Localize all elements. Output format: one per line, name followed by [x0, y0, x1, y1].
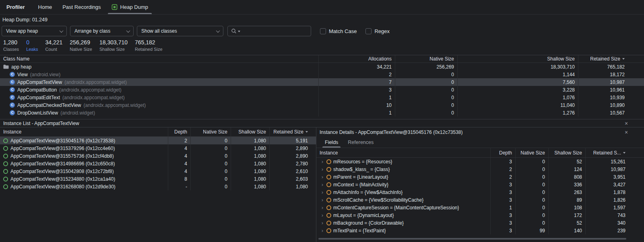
instance-row[interactable]: AppCompatTextView@315379296 (0x12cc4e60)…: [0, 144, 316, 152]
chevron-right-icon[interactable]: ›: [320, 167, 324, 172]
tab-heap-dump[interactable]: Heap Dump: [106, 0, 153, 14]
instance-shallow-cell: 1,080: [231, 175, 269, 183]
col-shallow-size[interactable]: Shallow Size: [231, 127, 269, 136]
col-retained-size-label: Retained Size: [590, 56, 620, 62]
field-icon: [326, 228, 331, 233]
stat-label: Classes: [3, 46, 19, 52]
close-instance-details-button[interactable]: ×: [623, 129, 630, 135]
instance-details-body: ›mResources = {Resources}305215,261›shad…: [316, 158, 644, 234]
chevron-right-icon[interactable]: ›: [320, 220, 324, 225]
col-native-size[interactable]: Native Size: [395, 55, 457, 63]
col-class-name[interactable]: Class Name: [0, 55, 318, 63]
col-shallow-size[interactable]: Shallow Size: [548, 148, 585, 157]
col-instance[interactable]: Instance: [0, 127, 168, 136]
field-row[interactable]: ›shadow$_klass_ = {Class}2012410,987: [316, 165, 644, 173]
heap-scope-select[interactable]: View app heap: [2, 26, 67, 36]
instance-native-cell: 0: [190, 137, 231, 144]
chevron-right-icon[interactable]: ›: [320, 174, 324, 179]
class-package: (androidx.appcompat.widget): [84, 102, 146, 108]
field-native-cell: 0: [515, 173, 548, 181]
field-row[interactable]: ›mBackground = {ColorDrawable}3052340: [316, 219, 644, 227]
field-name-cell: ›mParent = {LinearLayout}: [316, 173, 490, 181]
instance-name: AppCompatTextView@315042808 (0x12c72bf8): [10, 169, 114, 174]
instance-row[interactable]: AppCompatTextView@316268080 (0x12d9de30)…: [0, 183, 316, 190]
search-icon: [231, 28, 237, 34]
instance-retained-cell: 1,080: [269, 183, 316, 190]
class-retained-cell: 10,939: [578, 94, 644, 101]
chevron-right-icon[interactable]: ›: [320, 197, 324, 202]
chevron-right-icon[interactable]: ›: [320, 205, 324, 210]
instance-details-tabs: Fields References: [316, 137, 644, 148]
class-name: DropDownListView: [17, 110, 58, 116]
field-shallow-cell: 124: [548, 165, 585, 173]
tab-references[interactable]: References: [343, 137, 378, 148]
close-instance-list-button[interactable]: ×: [623, 121, 630, 126]
horizontal-scrollbar[interactable]: [318, 238, 626, 240]
col-depth[interactable]: Depth: [490, 148, 515, 157]
instance-depth-cell: 8: [168, 175, 190, 183]
heap-toolbar: View app heap Arrange by class Show all …: [0, 25, 644, 37]
chevron-right-icon[interactable]: ›: [320, 213, 324, 218]
search-field[interactable]: [227, 26, 311, 36]
sort-desc-icon: [305, 131, 308, 133]
chevron-right-icon[interactable]: ›: [320, 228, 324, 233]
instance-name-cell: AppCompatTextView@315575736 (0x12cf4db8): [0, 152, 168, 160]
instance-row[interactable]: AppCompatTextView@315042808 (0x12c72bf8)…: [0, 167, 316, 175]
tab-past-recordings[interactable]: Past Recordings: [57, 0, 106, 14]
chevron-right-icon[interactable]: ›: [320, 159, 324, 164]
instance-native-cell: 0: [190, 183, 231, 190]
match-case-checkbox[interactable]: Match Case: [320, 28, 357, 34]
instance-native-cell: 0: [190, 152, 231, 160]
stat-value: 1,280: [3, 39, 19, 46]
field-row[interactable]: ›mLayout = {DynamicLayout}30172743: [316, 211, 644, 219]
field-native-cell: 0: [515, 204, 548, 211]
field-row[interactable]: ›mTextPaint = {TextPaint}399140239: [316, 227, 644, 234]
col-depth[interactable]: Depth: [168, 127, 190, 136]
arrange-by-select[interactable]: Arrange by class: [70, 26, 134, 36]
class-shallow-cell: 3,228: [457, 86, 578, 94]
col-retained-size[interactable]: Retained S...: [585, 148, 644, 157]
col-retained-size[interactable]: Retained Size: [269, 127, 316, 136]
field-native-cell: 0: [515, 211, 548, 219]
class-row[interactable]: CAppCompatTextView (androidx.appcompat.w…: [0, 78, 644, 86]
chevron-right-icon[interactable]: ›: [320, 190, 324, 195]
col-shallow-size[interactable]: Shallow Size: [457, 55, 578, 63]
instance-row[interactable]: AppCompatTextView@315575736 (0x12cf4db8)…: [0, 152, 316, 160]
col-retained-size[interactable]: Retained Size: [578, 55, 644, 63]
stat-count: 34,221Count: [45, 39, 62, 55]
field-row[interactable]: ›mContentCaptureSession = {MainContentCa…: [316, 204, 644, 211]
tab-home[interactable]: Home: [33, 0, 58, 14]
field-row[interactable]: ›mParent = {LinearLayout}208083,951: [316, 173, 644, 181]
field-row[interactable]: ›mAttachInfo = {View$AttachInfo}302631,8…: [316, 188, 644, 196]
field-retained-cell: 1,826: [585, 196, 644, 204]
col-allocations[interactable]: Allocations: [318, 55, 395, 63]
regex-checkbox[interactable]: Regex: [365, 28, 390, 34]
instance-row[interactable]: AppCompatTextView@315045176 (0x12c73538)…: [0, 137, 316, 144]
class-allocations-cell: 7: [318, 78, 395, 86]
class-row[interactable]: CAppCompatCheckedTextView (androidx.appc…: [0, 101, 644, 109]
instance-name: AppCompatTextView@315045176 (0x12c73538): [10, 138, 115, 144]
class-row[interactable]: CAppCompatButton (androidx.appcompat.wid…: [0, 86, 644, 94]
search-input[interactable]: [242, 28, 308, 34]
field-depth-cell: 3: [490, 158, 515, 165]
class-allocations-cell: 1: [318, 109, 395, 117]
class-row[interactable]: CDropDownListView (android.widget)101,27…: [0, 109, 644, 117]
col-native-size[interactable]: Native Size: [515, 148, 548, 157]
search-history-chevron-icon[interactable]: [238, 31, 240, 32]
class-row[interactable]: CView (android.view)201,14418,172: [0, 71, 644, 78]
tab-fields[interactable]: Fields: [320, 137, 343, 148]
class-filter-select[interactable]: Show all classes: [137, 26, 223, 36]
stat-leaks[interactable]: 0Leaks: [26, 39, 38, 55]
instance-row[interactable]: AppCompatTextView@315234880 (0x12ca1a40)…: [0, 175, 316, 183]
col-native-size[interactable]: Native Size: [190, 127, 231, 136]
col-instance[interactable]: Instance: [316, 148, 490, 157]
instance-row[interactable]: AppCompatTextView@314986696 (0x12c650c8)…: [0, 160, 316, 167]
chevron-right-icon[interactable]: ›: [320, 182, 324, 187]
class-retained-cell: 10,567: [578, 109, 644, 117]
class-row[interactable]: app heap34,221256,26918,303,710765,182: [0, 63, 644, 71]
class-shallow-cell: 11,040: [457, 101, 578, 109]
field-row[interactable]: ›mResources = {Resources}305215,261: [316, 158, 644, 165]
field-row[interactable]: ›mScrollCache = {View$ScrollabilityCache…: [316, 196, 644, 204]
field-row[interactable]: ›mContext = {MainActivity}303363,427: [316, 181, 644, 188]
class-row[interactable]: CAppCompatEditText (androidx.appcompat.w…: [0, 94, 644, 101]
